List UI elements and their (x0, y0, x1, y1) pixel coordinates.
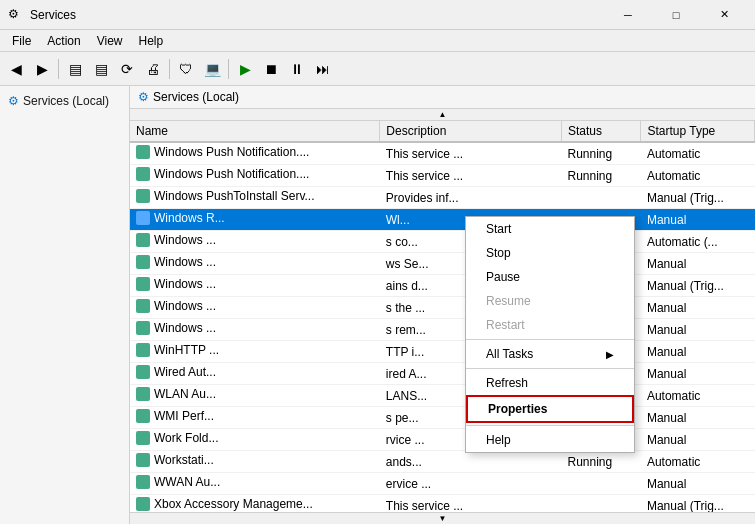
col-startup[interactable]: Startup Type (641, 121, 755, 142)
cell-description: This service ... (380, 142, 562, 165)
ctx-restart[interactable]: Restart (466, 313, 634, 337)
service-icon (136, 211, 150, 225)
services-table[interactable]: Name Description Status Startup Type Win… (130, 121, 755, 512)
table-row[interactable]: WMI Perf...s pe...Manual (130, 407, 755, 429)
export-button[interactable]: 🛡 (174, 57, 198, 81)
print-button[interactable]: 🖨 (141, 57, 165, 81)
cell-startup: Manual (Trig... (641, 187, 755, 209)
cell-startup: Automatic (... (641, 231, 755, 253)
ctx-pause[interactable]: Pause (466, 265, 634, 289)
cell-status (561, 495, 640, 513)
table-row[interactable]: Windows ...s the ...Manual (130, 297, 755, 319)
service-icon (136, 497, 150, 511)
service-icon (136, 365, 150, 379)
col-status[interactable]: Status (561, 121, 640, 142)
service-icon (136, 321, 150, 335)
show-hide-button[interactable]: ▤ (63, 57, 87, 81)
table-row[interactable]: Windows PushToInstall Serv...Provides in… (130, 187, 755, 209)
table-row[interactable]: Windows R...Wl...Manual (130, 209, 755, 231)
refresh-button[interactable]: ⟳ (115, 57, 139, 81)
col-description[interactable]: Description (380, 121, 562, 142)
service-icon (136, 277, 150, 291)
title-bar: ⚙ Services ─ □ ✕ (0, 0, 755, 30)
cell-name: Wired Aut... (130, 363, 380, 385)
table-row[interactable]: WinHTTP ...TTP i...RunningManual (130, 341, 755, 363)
ctx-start[interactable]: Start (466, 217, 634, 241)
cell-status: Running (561, 451, 640, 473)
table-row[interactable]: Workstati...ands...RunningAutomatic (130, 451, 755, 473)
cell-name: Windows ... (130, 275, 380, 297)
col-name[interactable]: Name (130, 121, 380, 142)
restart-service-button[interactable]: ⏭ (311, 57, 335, 81)
cell-startup: Manual (641, 319, 755, 341)
table-row[interactable]: Windows Push Notification....This servic… (130, 165, 755, 187)
ctx-resume[interactable]: Resume (466, 289, 634, 313)
service-icon (136, 167, 150, 181)
table-row[interactable]: Windows ...s co...RunningAutomatic (... (130, 231, 755, 253)
back-button[interactable]: ◀ (4, 57, 28, 81)
table-row[interactable]: Windows ...ains d...Manual (Trig... (130, 275, 755, 297)
table-row[interactable]: Windows ...s rem...Manual (130, 319, 755, 341)
cell-name: Windows Push Notification.... (130, 165, 380, 187)
service-icon (136, 233, 150, 247)
menu-action[interactable]: Action (39, 30, 88, 51)
cell-startup: Manual (641, 253, 755, 275)
table-row[interactable]: Windows Push Notification....This servic… (130, 142, 755, 165)
menu-file[interactable]: File (4, 30, 39, 51)
panel-header-title: Services (Local) (153, 90, 239, 104)
ctx-separator-2 (466, 368, 634, 369)
computer-button[interactable]: 💻 (200, 57, 224, 81)
service-icon (136, 475, 150, 489)
ctx-stop[interactable]: Stop (466, 241, 634, 265)
start-service-button[interactable]: ▶ (233, 57, 257, 81)
maximize-button[interactable]: □ (653, 0, 699, 30)
cell-startup: Automatic (641, 385, 755, 407)
main-layout: ⚙ Services (Local) ⚙ Services (Local) ▲ … (0, 86, 755, 524)
list-button[interactable]: ▤ (89, 57, 113, 81)
cell-name: WinHTTP ... (130, 341, 380, 363)
ctx-all-tasks[interactable]: All Tasks ▶ (466, 342, 634, 366)
table-row[interactable]: WLAN Au...LANS...RunningAutomatic (130, 385, 755, 407)
table-row[interactable]: Work Fold...rvice ...Manual (130, 429, 755, 451)
table-row[interactable]: WWAN Au...ervice ...Manual (130, 473, 755, 495)
cell-name: Xbox Accessory Manageme... (130, 495, 380, 513)
cell-name: WLAN Au... (130, 385, 380, 407)
scroll-up-indicator[interactable]: ▲ (130, 109, 755, 121)
stop-service-button[interactable]: ⏹ (259, 57, 283, 81)
cell-startup: Automatic (641, 142, 755, 165)
cell-startup: Manual (Trig... (641, 275, 755, 297)
ctx-properties[interactable]: Properties (466, 395, 634, 423)
panel-header: ⚙ Services (Local) (130, 86, 755, 109)
cell-description: ervice ... (380, 473, 562, 495)
ctx-help[interactable]: Help (466, 428, 634, 452)
close-button[interactable]: ✕ (701, 0, 747, 30)
cell-startup: Automatic (641, 451, 755, 473)
window-title: Services (30, 8, 605, 22)
all-tasks-arrow-icon: ▶ (606, 349, 614, 360)
toolbar-separator-2 (169, 59, 170, 79)
minimize-button[interactable]: ─ (605, 0, 651, 30)
service-icon (136, 453, 150, 467)
cell-name: Windows ... (130, 319, 380, 341)
cell-status: Running (561, 165, 640, 187)
cell-name: Work Fold... (130, 429, 380, 451)
left-panel-title: ⚙ Services (Local) (4, 90, 125, 112)
cell-description: ands... (380, 451, 562, 473)
cell-startup: Manual (641, 429, 755, 451)
cell-startup: Manual (Trig... (641, 495, 755, 513)
left-panel: ⚙ Services (Local) (0, 86, 130, 524)
menu-help[interactable]: Help (131, 30, 172, 51)
table-row[interactable]: Xbox Accessory Manageme...This service .… (130, 495, 755, 513)
pause-service-button[interactable]: ⏸ (285, 57, 309, 81)
menu-bar: File Action View Help (0, 30, 755, 52)
scroll-down-indicator[interactable]: ▼ (130, 512, 755, 524)
ctx-refresh[interactable]: Refresh (466, 371, 634, 395)
cell-name: Windows R... (130, 209, 380, 231)
menu-view[interactable]: View (89, 30, 131, 51)
forward-button[interactable]: ▶ (30, 57, 54, 81)
cell-startup: Manual (641, 209, 755, 231)
left-panel-icon: ⚙ (8, 94, 19, 108)
table-row[interactable]: Windows ...ws Se...RunningManual (130, 253, 755, 275)
ctx-separator-3 (466, 425, 634, 426)
table-row[interactable]: Wired Aut...ired A...Manual (130, 363, 755, 385)
